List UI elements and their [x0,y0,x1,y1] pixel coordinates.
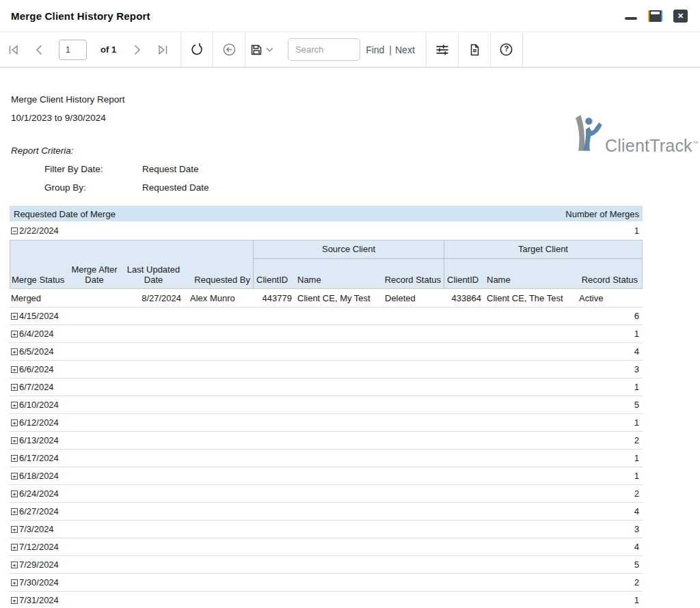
find-next-controls: Find|Next [366,44,415,55]
source-name-cell: Client CE, My Test [295,293,380,303]
next-link[interactable]: Next [395,44,415,55]
detail-header: Merge Status Merge After Date Last Updat… [10,240,643,289]
criteria-row: Filter By Date: Request Date [11,164,689,174]
group-count: 4 [634,542,639,552]
expand-icon[interactable]: + [11,419,18,426]
merge-after-date-header: Merge After Date [68,264,121,285]
page-number-input[interactable] [59,40,87,60]
group-date: 6/24/2024 [19,488,59,499]
back-group [213,32,245,67]
expand-icon[interactable]: + [11,313,18,320]
parameters-group [427,32,458,67]
group-date: 6/5/2024 [19,346,54,357]
filter-parameters-button[interactable] [435,43,450,57]
first-page-button[interactable] [7,43,21,57]
group-count: 3 [634,364,639,374]
source-name-header: Name [295,275,380,285]
refresh-button[interactable] [190,42,204,57]
expand-icon[interactable]: + [11,508,18,515]
group-row: + 6/27/2024 4 [10,503,643,521]
group-row: + 6/12/2024 1 [10,414,643,432]
close-icon: ✕ [677,12,684,20]
close-button[interactable]: ✕ [673,10,688,23]
criteria-label-filter-by-date: Filter By Date: [44,164,142,174]
find-link[interactable]: Find [366,44,384,55]
trademark-symbol: ™ [692,140,699,147]
expand-icon[interactable]: + [11,579,18,586]
last-page-button[interactable] [156,43,170,57]
group-count: 1 [634,225,639,236]
help-question-glyph: ? [499,44,513,53]
help-button[interactable]: ? [499,42,513,57]
merge-status-header: Merge Status [10,275,68,285]
group-count: 3 [634,524,639,534]
save-dropdown-button[interactable] [266,47,273,53]
target-record-status-header: Record Status [574,275,642,285]
detail-header-left-columns: Merge Status Merge After Date Last Updat… [10,240,254,288]
expand-icon[interactable]: + [11,437,18,444]
target-name-cell: Client CE, The Test [484,293,574,303]
group-count: 6 [634,311,639,321]
expand-icon[interactable]: + [11,384,18,391]
refresh-group [181,32,213,67]
target-clientid-cell: 433864 [444,293,484,303]
window-controls: ✕ [625,10,688,23]
minimize-button[interactable] [625,17,637,20]
requested-by-header: Requested By [186,275,254,285]
first-page-icon [7,43,21,57]
expand-icon[interactable]: + [11,366,18,373]
back-arrow-icon [222,42,237,57]
expand-icon[interactable]: + [11,544,18,551]
page-count-label: of 1 [100,44,116,55]
group-row: + 7/29/2024 5 [10,556,643,574]
source-record-status-header: Record Status [380,275,444,285]
document-icon [468,43,481,57]
expand-icon[interactable]: + [11,597,18,604]
next-page-button[interactable] [130,43,144,57]
back-button[interactable] [222,42,237,57]
group-row: + 6/4/2024 1 [10,325,643,343]
previous-page-icon [33,43,46,57]
number-of-merges-column-header: Number of Merges [565,209,639,219]
target-client-columns: ClientID Name Record Status [444,259,642,288]
document-group [459,32,490,67]
expand-icon[interactable]: + [11,473,18,480]
chevron-down-icon [266,47,273,53]
group-row: + 6/7/2024 1 [10,378,643,396]
expand-icon[interactable]: + [11,455,18,462]
merge-status-cell: Merged [10,293,67,303]
group-date: 6/17/2024 [19,453,59,463]
maximize-button[interactable] [648,10,662,22]
group-row: + 7/31/2024 1 [10,592,643,608]
group-count: 2 [634,577,639,588]
expand-icon[interactable]: + [11,562,18,568]
previous-page-button[interactable] [33,43,46,57]
group-row: + 7/3/2024 3 [10,521,643,538]
target-record-status-cell: Active [574,293,643,303]
expand-icon[interactable]: + [11,402,18,409]
target-clientid-header: ClientID [444,275,484,285]
group-count: 1 [634,329,639,339]
source-client-group-header: Source Client [254,240,444,259]
maximize-icon [651,12,660,14]
criteria-row: Group By: Requested Date [11,182,689,193]
document-button[interactable] [468,43,481,57]
save-button[interactable] [250,43,263,57]
search-input[interactable] [288,38,360,61]
group-row: + 6/17/2024 1 [10,450,643,467]
requested-date-column-header: Requested Date of Merge [14,209,116,219]
expand-icon[interactable]: + [11,331,18,337]
group-row: + 6/6/2024 3 [10,361,643,378]
criteria-value-filter-by-date: Request Date [142,164,199,174]
collapse-icon[interactable]: − [11,227,18,234]
expand-icon[interactable]: + [11,348,18,355]
expand-icon[interactable]: + [11,526,18,533]
expand-icon[interactable]: + [11,490,18,497]
group-date: 7/30/2024 [19,577,59,588]
logo-text: ClientTrack™ [605,136,699,153]
window-titlebar: Merge Client History Report ✕ [0,0,700,32]
group-row-expanded: − 2/22/2024 1 [10,221,643,240]
group-date: 6/4/2024 [19,329,54,339]
last-updated-date-cell: 8/27/2024 [120,293,185,303]
group-date: 7/3/2024 [19,524,54,534]
